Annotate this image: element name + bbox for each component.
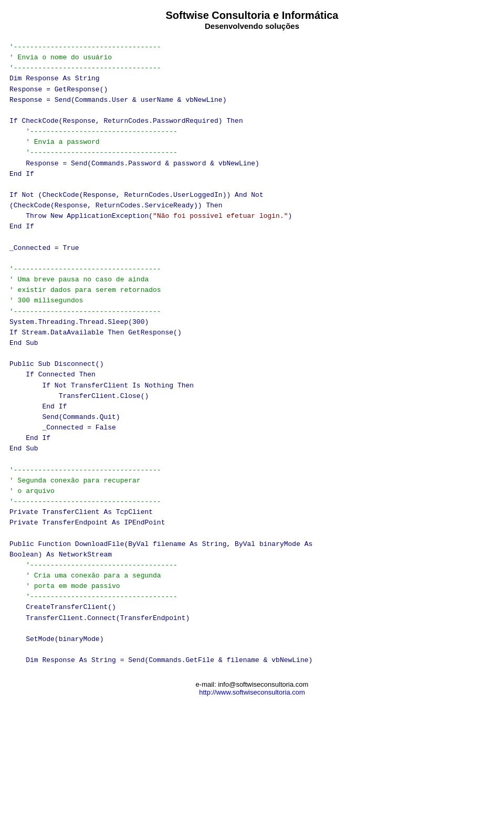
page-footer: e-mail: info@softwiseconsultoria.com htt… <box>0 671 504 701</box>
company-subtitle: Desenvolvendo soluções <box>0 22 504 30</box>
page-header: Softwise Consultoria e Informática Desen… <box>0 0 504 36</box>
footer-url: http://www.softwiseconsultoria.com <box>0 688 504 696</box>
code-block: '------------------------------------ ' … <box>0 36 504 671</box>
code-content: '------------------------------------ ' … <box>9 42 495 666</box>
company-title: Softwise Consultoria e Informática <box>0 9 504 22</box>
footer-url-link[interactable]: http://www.softwiseconsultoria.com <box>199 688 305 696</box>
footer-email: e-mail: info@softwiseconsultoria.com <box>0 680 504 688</box>
